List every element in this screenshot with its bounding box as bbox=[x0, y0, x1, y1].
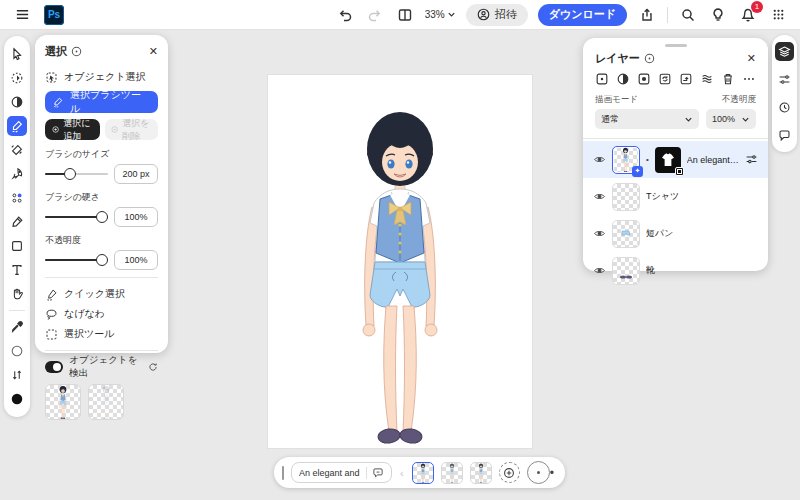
hand-tool-icon[interactable] bbox=[7, 284, 27, 304]
layer-row-shoes[interactable]: 靴 bbox=[583, 252, 768, 289]
move-tool-icon[interactable] bbox=[7, 44, 27, 64]
quick-select-option[interactable]: クイック選択 bbox=[45, 284, 158, 304]
layers-rail-icon[interactable] bbox=[775, 42, 794, 61]
brush-opacity-value[interactable]: 100% bbox=[114, 250, 158, 270]
layer-row-generated[interactable]: ✦ • An elegant and ... bbox=[583, 141, 768, 178]
undo-icon[interactable] bbox=[335, 5, 355, 25]
contrast-tool-icon[interactable] bbox=[7, 92, 27, 112]
collapsed-widget-button[interactable] bbox=[527, 461, 550, 484]
variation-thumbnail-1[interactable] bbox=[412, 462, 434, 484]
hamburger-menu-icon[interactable] bbox=[12, 5, 32, 25]
brush-opacity-slider[interactable] bbox=[45, 254, 108, 266]
document-canvas[interactable] bbox=[268, 75, 532, 448]
layer-thumbnail[interactable] bbox=[612, 257, 640, 285]
object-select-option[interactable]: オブジェクト選択 bbox=[45, 67, 158, 87]
apps-grid-icon[interactable] bbox=[768, 5, 788, 25]
lasso-option[interactable]: なげなわ bbox=[45, 304, 158, 324]
remove-selection-button[interactable]: 選択を削除 bbox=[105, 119, 158, 140]
variation-thumbnail-3[interactable] bbox=[470, 462, 492, 484]
layer-row-tshirt[interactable]: Tシャツ bbox=[583, 178, 768, 215]
delete-layer-icon[interactable] bbox=[721, 72, 735, 86]
more-options-icon[interactable] bbox=[742, 72, 756, 86]
generate-tool-icon[interactable] bbox=[7, 164, 27, 184]
replace-image-icon[interactable] bbox=[658, 72, 672, 86]
new-layer-icon[interactable] bbox=[595, 72, 609, 86]
lightbulb-icon[interactable] bbox=[708, 5, 728, 25]
minus-circle-icon bbox=[111, 124, 118, 135]
photoshop-logo[interactable]: Ps bbox=[44, 5, 64, 25]
invite-button[interactable]: 招待 bbox=[466, 4, 528, 26]
marquee-icon bbox=[45, 328, 58, 341]
brush-hardness-value[interactable]: 100% bbox=[114, 207, 158, 227]
info-icon[interactable] bbox=[644, 53, 655, 64]
history-rail-icon[interactable] bbox=[775, 98, 794, 117]
brush-hardness-slider[interactable] bbox=[45, 211, 108, 223]
top-bar: Ps 33% 招待 ダウンロード bbox=[0, 0, 800, 30]
layer-name: Tシャツ bbox=[646, 190, 758, 203]
brush-tool-icon[interactable] bbox=[7, 212, 27, 232]
generative-badge-icon: ✦ bbox=[632, 166, 643, 177]
refresh-icon[interactable] bbox=[148, 361, 158, 373]
detect-objects-label: オブジェクトを検出 bbox=[69, 354, 142, 380]
layer-opacity-dropdown[interactable]: 100% bbox=[706, 109, 756, 129]
layer-thumbnail[interactable]: ✦ bbox=[612, 146, 640, 174]
comments-rail-icon[interactable] bbox=[775, 126, 794, 145]
detect-objects-toggle[interactable] bbox=[45, 361, 63, 373]
download-button[interactable]: ダウンロード bbox=[538, 4, 627, 26]
adjustment-layer-icon[interactable] bbox=[616, 72, 630, 86]
type-tool-icon[interactable] bbox=[7, 260, 27, 280]
layer-name: An elegant and ... bbox=[687, 155, 739, 165]
layer-row-shorts[interactable]: 短パン bbox=[583, 215, 768, 252]
prev-variation-icon[interactable]: ‹ bbox=[399, 467, 405, 479]
visibility-eye-icon[interactable] bbox=[593, 153, 606, 166]
detected-object-thumbnail-1[interactable] bbox=[45, 384, 81, 420]
properties-rail-icon[interactable] bbox=[775, 70, 794, 89]
prompt-input[interactable]: An elegant and ... bbox=[291, 462, 392, 483]
layer-thumbnail[interactable] bbox=[612, 183, 640, 211]
search-icon[interactable] bbox=[678, 5, 698, 25]
panel-drag-handle[interactable] bbox=[665, 44, 687, 47]
share-icon[interactable] bbox=[637, 5, 657, 25]
convert-layer-icon[interactable] bbox=[679, 72, 693, 86]
close-icon[interactable]: ✕ bbox=[747, 53, 756, 64]
panels-rail bbox=[772, 35, 797, 152]
select-tool-option[interactable]: 選択ツール bbox=[45, 324, 158, 344]
selection-brush-tool-icon[interactable] bbox=[7, 116, 27, 136]
background-color-swatch[interactable] bbox=[7, 341, 27, 361]
layer-opacity-label: 不透明度 bbox=[722, 94, 756, 106]
layer-name: 靴 bbox=[646, 264, 758, 277]
toolbar-divider bbox=[9, 310, 25, 311]
close-icon[interactable]: ✕ bbox=[149, 46, 158, 57]
remove-tool-icon[interactable] bbox=[7, 140, 27, 160]
variation-thumbnail-2[interactable] bbox=[441, 462, 463, 484]
shape-tool-icon[interactable] bbox=[7, 236, 27, 256]
zoom-level-control[interactable]: 33% bbox=[425, 9, 456, 20]
blend-mode-dropdown[interactable]: 通常 bbox=[595, 109, 699, 129]
add-to-selection-button[interactable]: 選択に追加 bbox=[45, 119, 100, 140]
foreground-color-swatch[interactable] bbox=[7, 389, 27, 409]
swap-colors-icon[interactable] bbox=[7, 365, 27, 385]
visibility-eye-icon[interactable] bbox=[593, 227, 606, 240]
fill-layer-icon[interactable] bbox=[637, 72, 651, 86]
visibility-eye-icon[interactable] bbox=[593, 190, 606, 203]
detected-object-thumbnail-2[interactable] bbox=[88, 384, 124, 420]
layer-properties-icon[interactable] bbox=[745, 153, 758, 166]
merge-layers-icon[interactable] bbox=[700, 72, 714, 86]
info-icon[interactable] bbox=[71, 46, 82, 57]
object-select-tool-icon[interactable] bbox=[7, 68, 27, 88]
brush-size-slider[interactable] bbox=[45, 168, 108, 180]
notifications-bell-icon[interactable]: 1 bbox=[738, 5, 758, 25]
adjust-tool-icon[interactable] bbox=[7, 188, 27, 208]
layer-thumbnail[interactable] bbox=[612, 220, 640, 248]
edit-prompt-icon[interactable] bbox=[372, 467, 384, 479]
redo-icon[interactable] bbox=[365, 5, 385, 25]
toolbar-drag-handle[interactable] bbox=[282, 466, 284, 480]
eyedropper-tool-icon[interactable] bbox=[7, 317, 27, 337]
selection-brush-label: 選択ブラシツール bbox=[70, 88, 151, 116]
brush-size-value[interactable]: 200 px bbox=[114, 164, 158, 184]
document-views-icon[interactable] bbox=[395, 5, 415, 25]
visibility-eye-icon[interactable] bbox=[593, 264, 606, 277]
add-variation-button[interactable] bbox=[499, 462, 520, 483]
selection-brush-tool-button[interactable]: 選択ブラシツール bbox=[45, 91, 158, 113]
layer-mask-thumbnail[interactable] bbox=[655, 147, 681, 173]
